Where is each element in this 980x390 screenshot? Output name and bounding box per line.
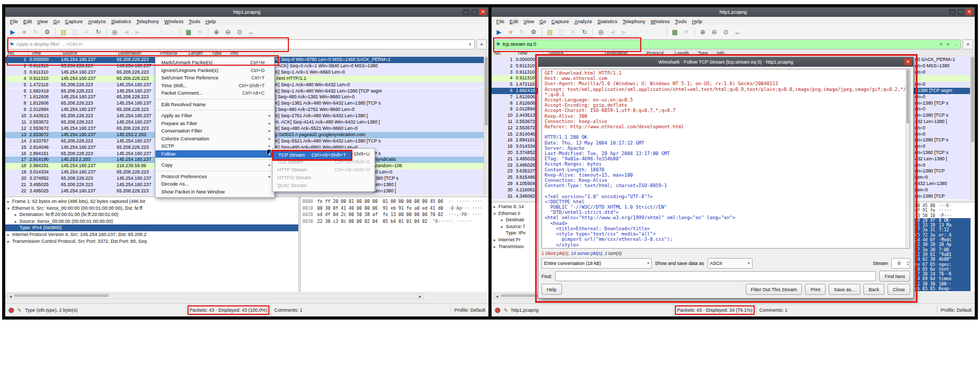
expert-info-icon[interactable]	[495, 307, 501, 313]
column-header-protocol[interactable]: Protocol	[159, 49, 188, 57]
column-header-destination[interactable]: Destination	[117, 49, 160, 57]
context-menu-item-packet-comment-[interactable]: Packet Comment...Ctrl+Alt+C	[155, 89, 274, 97]
detail-tree-item[interactable]: ▸Internet Protocol Version 4, Src: 145.2…	[5, 231, 298, 238]
menu-file[interactable]: File	[7, 18, 20, 24]
column-header-no[interactable]: No.	[493, 49, 515, 57]
submenu-item-quic-stream[interactable]: QUIC Stream	[273, 182, 374, 190]
expander-icon[interactable]: ▸	[7, 199, 12, 205]
expander-icon[interactable]: ▾	[494, 211, 498, 217]
detail-tree-item[interactable]: Type: IPv4 (0x0800)	[5, 224, 298, 231]
minimize-button-icon[interactable]: –	[949, 9, 956, 15]
start-capture-icon[interactable]: ▶	[494, 27, 504, 37]
expander-icon[interactable]: ▸	[15, 212, 19, 218]
display-filter-input[interactable]: ⚑ tcp.stream eq 0 ✕ ▾ →	[493, 39, 961, 49]
stream-spinner[interactable]: 0 ▲▼	[891, 258, 910, 269]
context-menu-item-sctp[interactable]: SCTP▸	[155, 142, 274, 150]
scroll-left-icon[interactable]: ◀	[8, 294, 13, 298]
context-menu-item-apply-as-filter[interactable]: Apply as Filter▸	[155, 112, 274, 120]
column-header-length[interactable]: Length	[187, 49, 211, 57]
dialog-titlebar[interactable]: Wireshark · Follow TCP Stream (tcp.strea…	[538, 57, 913, 67]
go-first-icon[interactable]: ↑	[155, 27, 166, 37]
column-header-protocol[interactable]: Protocol	[645, 49, 674, 57]
menu-view[interactable]: View	[521, 18, 537, 24]
expert-info-icon[interactable]	[8, 307, 14, 313]
go-last-icon[interactable]: ↓	[653, 27, 664, 37]
stream-content[interactable]: GET /download.html HTTP/1.1Host: www.eth…	[541, 69, 910, 249]
hex-line[interactable]: 74 65 6etent·	[915, 267, 971, 272]
menu-tools[interactable]: Tools	[186, 18, 203, 24]
capture-options-icon[interactable]: ⚙	[42, 27, 53, 37]
hex-line[interactable]: 00 45 00···E·	[915, 203, 971, 208]
submenu-item-udp-stream[interactable]: UDP StreamCtrl+Alt+Shift+U	[273, 150, 374, 158]
close-button[interactable]: Close	[888, 284, 910, 295]
hex-line[interactable]: 001000 30 0f 41 40 00 80 06 91 eb 91 fe …	[303, 205, 483, 212]
packet-list-header[interactable]: No.TimeSourceDestinationProtocolLengthTy…	[492, 49, 975, 57]
start-capture-icon[interactable]: ▶	[7, 27, 18, 37]
go-last-icon[interactable]: ↓	[167, 27, 178, 37]
context-menu-item-conversation-filter[interactable]: Conversation Filter▸	[155, 127, 274, 135]
column-header-info[interactable]: Info	[715, 49, 973, 57]
context-menu-item-colorize-conversation[interactable]: Colorize Conversation▸	[155, 135, 274, 143]
open-file-icon[interactable]: ▤	[545, 27, 555, 37]
minimize-button-icon[interactable]: –	[463, 9, 470, 15]
status-profile[interactable]: Profile: Default	[454, 307, 485, 313]
menu-telephony[interactable]: Telephony	[134, 18, 162, 24]
packet-list-header[interactable]: No.TimeSourceDestinationProtocolLengthTy…	[5, 49, 488, 57]
expander-icon[interactable]: ▸	[501, 224, 506, 230]
conversation-select[interactable]: Entire conversation (18 kB)▾	[541, 258, 652, 269]
stop-capture-icon[interactable]: ■	[19, 27, 29, 37]
context-menu-item-mark-unmark-packet-s-[interactable]: Mark/Unmark Packet(s)Ctrl+M	[155, 59, 274, 67]
menu-statistics[interactable]: Statistics	[595, 18, 620, 24]
detail-tree-item[interactable]: ▸Destination: fe:ff:20:00:01:00 (fe:ff:2…	[5, 211, 298, 218]
restart-capture-icon[interactable]: ↻	[30, 27, 41, 37]
hex-line[interactable]: 30 20 4f0 OK·	[915, 218, 971, 223]
packet-list-scrollbar[interactable]	[970, 57, 975, 200]
context-menu-item-edit-resolved-name[interactable]: Edit Resolved Name	[155, 101, 274, 109]
menu-help[interactable]: Help	[203, 18, 218, 24]
context-menu-item-copy[interactable]: Copy▸	[155, 161, 274, 169]
bookmark-icon[interactable]: ⚑	[496, 42, 501, 47]
menu-capture[interactable]: Capture	[62, 18, 86, 24]
scroll-right-icon[interactable]: ▶	[418, 294, 423, 298]
find-next-button[interactable]: Find Next	[879, 271, 910, 282]
column-header-source[interactable]: Source	[61, 49, 117, 57]
hex-line[interactable]: 0020e4 df 0d 2c 00 50 38 af fe 13 00 00 …	[303, 211, 483, 218]
menu-analyze[interactable]: Analyze	[86, 18, 109, 24]
filter-out-stream-button[interactable]: Filter Out This Stream	[746, 284, 802, 295]
column-header-source[interactable]: Source	[547, 49, 603, 57]
find-packet-icon[interactable]: ◎	[109, 27, 120, 37]
hex-line[interactable]: 74 69 6dtimeo	[915, 276, 971, 281]
menu-statistics[interactable]: Statistics	[108, 18, 133, 24]
context-menu-item-prepare-as-filter[interactable]: Prepare as Filter▸	[155, 120, 274, 128]
hex-line[interactable]: df 91 fe·····	[915, 208, 971, 213]
print-button[interactable]: Print	[805, 284, 826, 295]
go-back-icon[interactable]: ◀	[121, 27, 131, 37]
column-header-destination[interactable]: Destination	[603, 49, 646, 57]
back-button[interactable]: Back	[863, 284, 884, 295]
submenu-item-http-stream[interactable]: HTTP StreamCtrl+Alt+Shift+H	[273, 166, 374, 174]
zoom-in-icon[interactable]: ⊕	[697, 27, 708, 37]
expander-icon[interactable]: ▸	[494, 204, 498, 210]
expander-icon[interactable]: ▸	[7, 232, 12, 238]
capture-comment-icon[interactable]: ✎	[504, 307, 508, 313]
detail-tree-item[interactable]: ▸Source: Xerox_00:00:00 (00:00:01:00:00:…	[5, 218, 298, 225]
context-menu-item-decode-as-[interactable]: Decode As...	[155, 180, 274, 188]
auto-scroll-icon[interactable]: ▼	[195, 27, 205, 37]
resize-columns-icon[interactable]: ↔	[246, 27, 256, 37]
context-menu-item-follow[interactable]: Follow▸	[155, 150, 274, 158]
context-menu-item-show-packet-in-new-window[interactable]: Show Packet in New Window	[155, 188, 274, 196]
column-header-time[interactable]: Time	[516, 49, 547, 57]
hex-line[interactable]: 37 3a 317:12	[915, 228, 971, 232]
filter-dropdown-icon[interactable]: ▾	[468, 42, 472, 47]
filter-dropdown-icon[interactable]: ▾	[946, 42, 950, 47]
context-menu-item-protocol-preferences[interactable]: Protocol Preferences▸	[155, 173, 274, 181]
packet-list-scrollbar[interactable]	[484, 57, 488, 194]
go-back-icon[interactable]: ◀	[607, 27, 618, 37]
submenu-item-http-2-stream[interactable]: HTTP/2 Stream	[273, 174, 374, 182]
close-file-icon[interactable]: ✕	[81, 27, 92, 37]
detail-tree-item[interactable]: ▾Ethernet II, Src: Xerox_00:00:00 (00:00…	[5, 205, 298, 212]
save-as-button[interactable]: Save as...	[829, 284, 860, 295]
filter-add-button[interactable]: +	[963, 39, 973, 49]
filter-apply-icon[interactable]: →	[952, 42, 958, 47]
bookmark-icon[interactable]: ⚑	[9, 42, 14, 47]
